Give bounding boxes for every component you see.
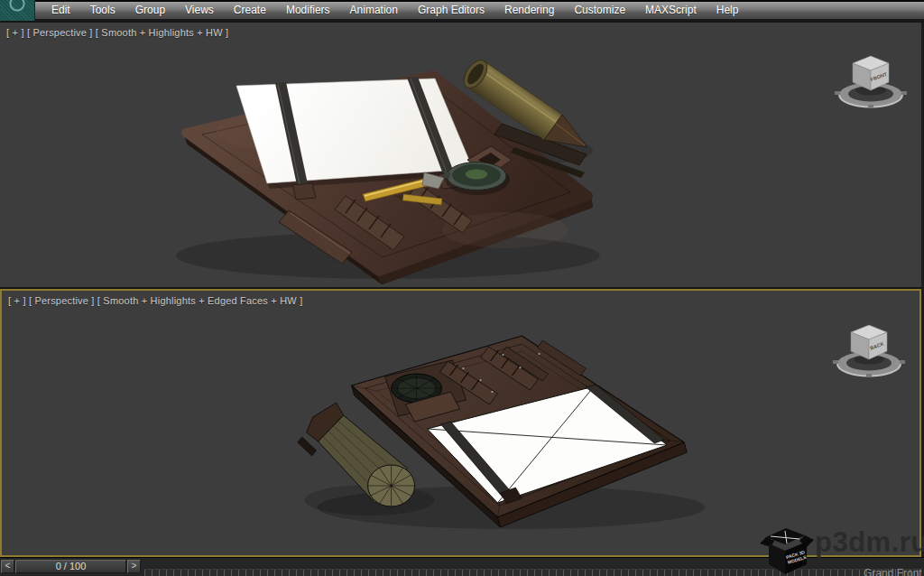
menu-views[interactable]: Views	[175, 2, 224, 19]
strap-buckle-left	[292, 183, 316, 200]
viewport-bottom-canvas[interactable]	[2, 291, 919, 555]
ring-tick-s	[868, 105, 873, 108]
menu-modifiers[interactable]: Modifiers	[276, 2, 340, 19]
timeline-prev-button[interactable]: <	[1, 560, 14, 573]
menu-rendering[interactable]: Rendering	[494, 2, 564, 19]
menu-tools[interactable]: Tools	[80, 2, 125, 19]
watermark-site-text: p3dm.ru	[815, 527, 924, 558]
viewport-top[interactable]: [ + ] [ Perspective ] [ Smooth + Highlig…	[0, 23, 921, 287]
menu-animation[interactable]: Animation	[340, 2, 408, 19]
timeline-next-button[interactable]: >	[127, 560, 141, 573]
app-logo-icon[interactable]	[0, 0, 35, 21]
menu-customize[interactable]: Customize	[564, 2, 635, 19]
viewport-top-canvas[interactable]	[0, 23, 921, 287]
viewport-bottom-active[interactable]: [ + ] [ Perspective ] [ Smooth + Highlig…	[0, 289, 921, 557]
menu-create[interactable]: Create	[224, 2, 276, 19]
viewport-bottom-label[interactable]: [ + ] [ Perspective ] [ Smooth + Highlig…	[8, 295, 302, 306]
map-case-model-smooth	[176, 56, 600, 282]
ring-tick-e	[900, 360, 905, 364]
cylinder-clip	[298, 437, 317, 456]
map-case-model-wireframe	[298, 336, 706, 529]
partial-caption-text: Grand Front Mod	[864, 568, 924, 576]
menu-bar: Edit Tools Group Views Create Modifiers …	[0, 2, 924, 21]
menu-maxscript[interactable]: MAXScript	[635, 2, 707, 19]
application-window: Edit Tools Group Views Create Modifiers …	[0, 0, 924, 576]
ring-tick-w	[833, 360, 838, 364]
ring-tick-s	[866, 374, 872, 377]
viewcube-top[interactable]: FRONT	[832, 50, 910, 111]
viewport-top-label[interactable]: [ + ] [ Perspective ] [ Smooth + Highlig…	[6, 27, 228, 38]
time-slider[interactable]: 0 / 100	[15, 560, 126, 573]
ring-tick-e	[901, 91, 907, 95]
menu-items: Edit Tools Group Views Create Modifiers …	[42, 2, 748, 19]
viewcube-bottom[interactable]: BACK	[830, 319, 908, 380]
menu-graph-editors[interactable]: Graph Editors	[408, 2, 494, 19]
watermark-box-icon: PACK 3D MODELS	[758, 525, 818, 576]
menu-help[interactable]: Help	[707, 2, 749, 19]
menu-edit[interactable]: Edit	[42, 2, 80, 19]
menu-group[interactable]: Group	[125, 2, 175, 19]
ring-tick-w	[835, 91, 840, 95]
